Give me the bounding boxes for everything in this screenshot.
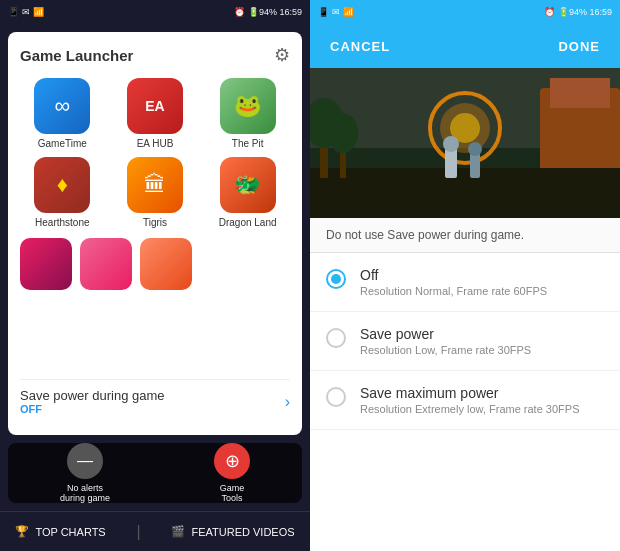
wifi-icon: 📶 xyxy=(33,7,44,17)
game-tools-button[interactable]: ⊕ GameTools xyxy=(214,443,250,503)
right-status-right-icons: ⏰ 🔋94% 16:59 xyxy=(544,7,612,17)
app-dragonland[interactable]: 🐲 Dragon Land xyxy=(205,157,290,228)
eahub-icon: EA xyxy=(127,78,183,134)
no-alerts-label: No alertsduring game xyxy=(60,483,110,503)
video-icon: 🎬 xyxy=(171,525,185,538)
save-power-value: OFF xyxy=(20,403,165,415)
svg-point-11 xyxy=(468,142,482,156)
radio-option-max[interactable]: Save maximum power Resolution Extremely … xyxy=(310,371,620,430)
svg-point-15 xyxy=(328,113,358,153)
trophy-icon: 🏆 xyxy=(15,525,29,538)
right-panel: 📱 ✉ 📶 ⏰ 🔋94% 16:59 CANCEL DONE xyxy=(310,0,620,551)
option-max-desc: Resolution Extremely low, Frame rate 30F… xyxy=(360,403,579,415)
option-save-title: Save power xyxy=(360,326,531,342)
left-panel: 📱 ✉ 📶 ⏰ 🔋94% 16:59 Game Launcher ⚙ ∞ Gam… xyxy=(0,0,310,551)
tigris-label: Tigris xyxy=(143,217,167,228)
gametime-label: GameTime xyxy=(38,138,87,149)
featured-videos-nav[interactable]: 🎬 FEATURED VIDEOS xyxy=(171,525,294,538)
save-power-label: Save power during game xyxy=(20,388,165,403)
sim-icon: 📱 xyxy=(8,7,19,17)
right-status-left-icons: 📱 ✉ 📶 xyxy=(318,7,354,17)
svg-point-9 xyxy=(443,136,459,152)
radio-option-save[interactable]: Save power Resolution Low, Frame rate 30… xyxy=(310,312,620,371)
dragonland-label: Dragon Land xyxy=(219,217,277,228)
app-eahub[interactable]: EA EA HUB xyxy=(113,78,198,149)
top-charts-label: TOP CHARTS xyxy=(35,526,105,538)
featured-videos-label: FEATURED VIDEOS xyxy=(191,526,294,538)
battery-left: 🔋94% 16:59 xyxy=(248,7,302,17)
settings-content: Do not use Save power during game. Off R… xyxy=(310,218,620,551)
thepit-label: The Pit xyxy=(232,138,264,149)
svg-rect-4 xyxy=(310,168,620,218)
right-status-icons-left: ⏰ 🔋94% 16:59 xyxy=(234,7,302,17)
no-alerts-icon: — xyxy=(67,443,103,479)
svg-rect-10 xyxy=(470,153,480,178)
game-art xyxy=(310,68,620,218)
game-screenshot xyxy=(310,68,620,218)
save-power-row[interactable]: Save power during game OFF › xyxy=(20,379,290,423)
alarm-icon: ⏰ xyxy=(234,7,245,17)
app-tigris[interactable]: 🏛 Tigris xyxy=(113,157,198,228)
no-alerts-button[interactable]: — No alertsduring game xyxy=(60,443,110,503)
status-bar-left: 📱 ✉ 📶 ⏰ 🔋94% 16:59 xyxy=(0,0,310,24)
cancel-button[interactable]: CANCEL xyxy=(330,39,390,54)
option-max-title: Save maximum power xyxy=(360,385,579,401)
tigris-icon: 🏛 xyxy=(127,157,183,213)
action-bar: CANCEL DONE xyxy=(310,24,620,68)
game-tools-label: GameTools xyxy=(220,483,245,503)
svg-rect-8 xyxy=(445,148,457,178)
radio-off[interactable] xyxy=(326,269,346,289)
thepit-icon: 🐸 xyxy=(220,78,276,134)
option-max-text: Save maximum power Resolution Extremely … xyxy=(360,385,579,415)
gametime-icon: ∞ xyxy=(34,78,90,134)
option-off-title: Off xyxy=(360,267,547,283)
warning-text: Do not use Save power during game. xyxy=(310,218,620,253)
apps-grid: ∞ GameTime EA EA HUB 🐸 The Pit ♦ Hearths… xyxy=(20,78,290,228)
radio-max[interactable] xyxy=(326,387,346,407)
alarm-icon-right: ⏰ xyxy=(544,7,555,17)
eahub-label: EA HUB xyxy=(137,138,174,149)
radio-inner-off xyxy=(331,274,341,284)
left-status-icons: 📱 ✉ 📶 xyxy=(8,7,44,17)
app-gametime[interactable]: ∞ GameTime xyxy=(20,78,105,149)
gear-icon[interactable]: ⚙ xyxy=(274,44,290,66)
radio-option-off[interactable]: Off Resolution Normal, Frame rate 60FPS xyxy=(310,253,620,312)
option-save-desc: Resolution Low, Frame rate 30FPS xyxy=(360,344,531,356)
launcher-card: Game Launcher ⚙ ∞ GameTime EA EA HUB 🐸 T… xyxy=(8,32,302,435)
svg-rect-3 xyxy=(550,78,610,108)
more-apps-row xyxy=(20,238,290,290)
status-bar-right: 📱 ✉ 📶 ⏰ 🔋94% 16:59 xyxy=(310,0,620,24)
option-off-desc: Resolution Normal, Frame rate 60FPS xyxy=(360,285,547,297)
candy3-icon[interactable] xyxy=(140,238,192,290)
candy2-icon[interactable] xyxy=(80,238,132,290)
done-button[interactable]: DONE xyxy=(558,39,600,54)
launcher-title: Game Launcher xyxy=(20,47,133,64)
chevron-right-icon: › xyxy=(285,393,290,411)
game-tools-icon: ⊕ xyxy=(214,443,250,479)
wifi-icon-right: 📶 xyxy=(343,7,354,17)
mail-icon: ✉ xyxy=(22,7,30,17)
hearthstone-label: Hearthstone xyxy=(35,217,89,228)
sim-icon-right: 📱 xyxy=(318,7,329,17)
app-hearthstone[interactable]: ♦ Hearthstone xyxy=(20,157,105,228)
dragonland-icon: 🐲 xyxy=(220,157,276,213)
mail-icon-right: ✉ xyxy=(332,7,340,17)
launcher-bottom-bar: — No alertsduring game ⊕ GameTools xyxy=(8,443,302,503)
battery-right: 🔋94% 16:59 xyxy=(558,7,612,17)
hearthstone-icon: ♦ xyxy=(34,157,90,213)
top-charts-nav[interactable]: 🏆 TOP CHARTS xyxy=(15,525,105,538)
bottom-nav: 🏆 TOP CHARTS | 🎬 FEATURED VIDEOS xyxy=(0,511,310,551)
nav-divider: | xyxy=(137,523,141,541)
option-off-text: Off Resolution Normal, Frame rate 60FPS xyxy=(360,267,547,297)
launcher-header: Game Launcher ⚙ xyxy=(20,44,290,66)
radio-save[interactable] xyxy=(326,328,346,348)
game-scene xyxy=(310,68,620,218)
candy1-icon[interactable] xyxy=(20,238,72,290)
app-thepit[interactable]: 🐸 The Pit xyxy=(205,78,290,149)
save-power-text: Save power during game OFF xyxy=(20,388,165,415)
option-save-text: Save power Resolution Low, Frame rate 30… xyxy=(360,326,531,356)
